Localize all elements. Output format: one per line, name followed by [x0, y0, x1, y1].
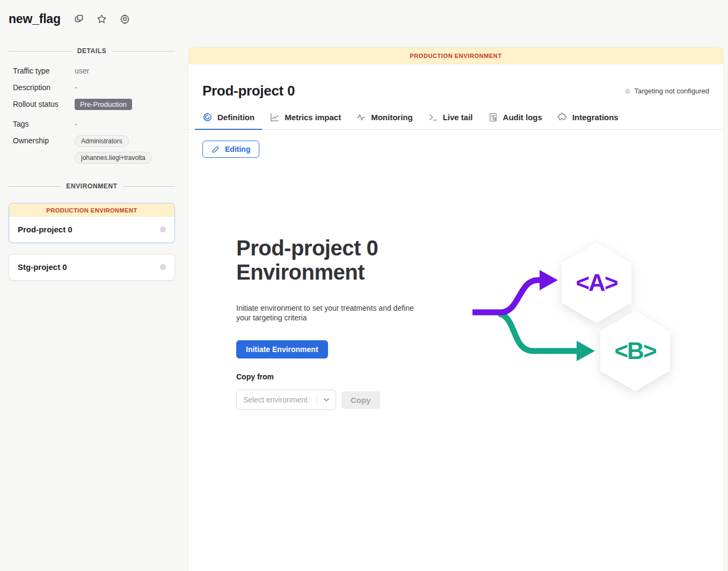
tab-live-tail[interactable]: Live tail	[420, 109, 481, 130]
metrics-chart-icon	[270, 112, 280, 122]
tab-label: Integrations	[572, 113, 618, 122]
environment-section-title: ENVIRONMENT	[66, 182, 117, 190]
page-header: new_flag	[0, 0, 728, 38]
tab-label: Definition	[217, 113, 254, 122]
rollout-status-badge: Pre-Production	[75, 99, 132, 110]
description-value: -	[75, 82, 77, 92]
tab-label: Audit logs	[503, 113, 542, 122]
ab-treatments-illustration: <A> <B>	[468, 239, 680, 400]
ownership-label: Ownership	[13, 135, 75, 145]
treatment-b-label: <B>	[614, 338, 656, 364]
details-section-header: DETAILS	[9, 47, 175, 55]
environment-card-staging[interactable]: Stg-project 0	[9, 254, 175, 281]
detail-row-description: Description -	[13, 82, 171, 92]
editing-button-label: Editing	[225, 145, 250, 153]
details-section-title: DETAILS	[77, 47, 107, 55]
tab-monitoring[interactable]: Monitoring	[348, 109, 420, 130]
production-environment-banner: PRODUCTION ENVIRONMENT	[188, 47, 723, 64]
panel-header: Prod-project 0 Targeting not configured	[188, 64, 723, 109]
empty-state-title: Prod-project 0 Environment	[236, 236, 413, 284]
description-label: Description	[13, 82, 75, 92]
monitoring-pulse-icon	[356, 112, 366, 122]
traffic-type-value: user	[75, 65, 89, 75]
rollout-status-label: Rollout status	[13, 99, 75, 108]
flag-name-title: new_flag	[9, 12, 61, 26]
details-list: Traffic type user Description - Rollout …	[13, 65, 171, 169]
traffic-type-label: Traffic type	[13, 65, 75, 75]
editing-button[interactable]: Editing	[202, 141, 259, 158]
flag-settings-button[interactable]	[118, 12, 132, 26]
ownership-pills: Administrators johannes.liegl+travolta	[75, 135, 152, 169]
treatment-b-arrow	[499, 313, 578, 351]
puzzle-icon	[557, 112, 567, 122]
environment-name: Stg-project 0	[18, 262, 67, 272]
terminal-icon	[428, 112, 438, 122]
treatment-a-label: <A>	[576, 269, 617, 296]
chevron-down-icon	[317, 396, 336, 404]
detail-row-tags: Tags -	[13, 119, 171, 128]
treatment-b-arrowhead	[577, 341, 595, 361]
targeting-status-text: Targeting not configured	[635, 87, 709, 95]
treatment-a-arrow	[472, 280, 541, 312]
tags-value: -	[75, 119, 77, 128]
environment-status-dot	[160, 264, 166, 270]
copy-button: Copy	[341, 391, 380, 409]
pencil-icon	[212, 145, 220, 153]
empty-state-description: Initiate environment to set your treatme…	[236, 303, 429, 323]
treatment-b-hexagon: <B>	[600, 311, 670, 391]
environment-panel: PRODUCTION ENVIRONMENT Prod-project 0 Ta…	[188, 47, 723, 571]
owner-pill[interactable]: johannes.liegl+travolta	[75, 152, 152, 164]
favorite-flag-button[interactable]	[95, 12, 108, 26]
tab-metrics-impact[interactable]: Metrics impact	[262, 109, 348, 130]
tab-integrations[interactable]: Integrations	[550, 109, 626, 130]
environment-empty-state: Prod-project 0 Environment Initiate envi…	[188, 236, 723, 410]
production-environment-banner: PRODUCTION ENVIRONMENT	[9, 203, 174, 217]
tab-label: Metrics impact	[285, 113, 341, 122]
detail-row-ownership: Ownership Administrators johannes.liegl+…	[13, 135, 171, 169]
owner-pill[interactable]: Administrators	[75, 135, 129, 147]
copy-from-label: Copy from	[236, 372, 451, 381]
environment-name: Prod-project 0	[18, 225, 72, 234]
initiate-environment-button[interactable]: Initiate Environment	[236, 340, 328, 358]
tags-label: Tags	[13, 119, 75, 128]
divider	[9, 51, 72, 52]
environment-title: Prod-project 0	[202, 83, 295, 99]
tab-definition[interactable]: Definition	[195, 109, 262, 130]
environment-section-header: ENVIRONMENT	[9, 182, 175, 190]
divider	[9, 186, 61, 187]
sidebar: DETAILS Traffic type user Description - …	[0, 43, 184, 291]
environment-status-dot	[160, 226, 166, 232]
gear-icon	[119, 13, 130, 25]
copy-icon	[74, 13, 84, 24]
detail-row-rollout-status: Rollout status Pre-Production	[13, 99, 171, 110]
treatment-a-hexagon: <A>	[562, 243, 631, 323]
tab-label: Monitoring	[371, 113, 412, 122]
detail-row-traffic-type: Traffic type user	[13, 65, 171, 75]
treatment-a-arrowhead	[540, 270, 558, 290]
select-environment-dropdown[interactable]: Select environment	[236, 390, 336, 410]
tab-audit-logs[interactable]: Audit logs	[481, 109, 550, 130]
select-environment-placeholder: Select environment	[237, 396, 317, 404]
copy-flag-name-button[interactable]	[72, 12, 85, 25]
star-icon	[96, 13, 107, 25]
environment-card-prod[interactable]: PRODUCTION ENVIRONMENT Prod-project 0	[9, 203, 175, 243]
tabs-bar: Definition Metrics impact Monitoring	[188, 109, 723, 130]
definition-target-icon	[202, 112, 213, 122]
tab-label: Live tail	[443, 113, 473, 122]
divider	[123, 186, 175, 187]
targeting-status-dot	[625, 89, 630, 94]
divider	[112, 51, 175, 52]
audit-log-icon	[488, 112, 498, 122]
targeting-status: Targeting not configured	[625, 87, 709, 95]
